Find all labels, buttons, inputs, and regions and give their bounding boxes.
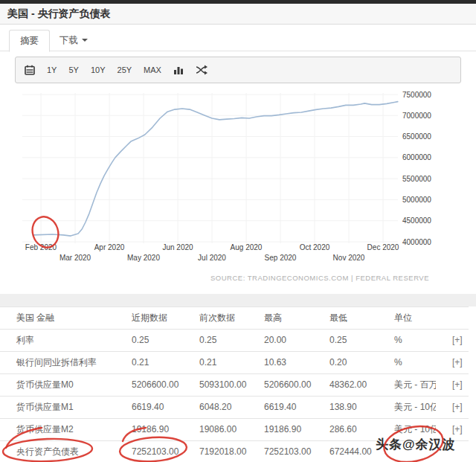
table-cell: % — [378, 330, 436, 351]
balance-sheet-line-chart: 7500000700000065000006000000550000050000… — [0, 83, 476, 294]
x-axis-tick-label: Feb 2020 — [25, 243, 57, 251]
y-axis-tick-label: 6000000 — [402, 153, 431, 161]
y-axis-tick-label: 5000000 — [402, 196, 431, 204]
chart-source-label: SOURCE: TRADINGECONOMICS.COM | FEDERAL R… — [210, 274, 429, 282]
balance-sheet-series-line — [33, 102, 398, 237]
range-25y-button[interactable]: 25Y — [118, 65, 132, 74]
tab-summary[interactable]: 摘要 — [9, 30, 50, 52]
table-cell: 286.60 — [313, 419, 378, 440]
y-axis-tick-label: 7500000 — [402, 91, 431, 99]
tab-summary-label: 摘要 — [20, 36, 39, 46]
tab-download-label: 下载 — [60, 35, 78, 45]
x-axis-tick-label: Nov 2020 — [333, 254, 365, 262]
table-cell: 6048.20 — [183, 397, 248, 418]
table-header-cell: 最高 — [248, 307, 313, 329]
watermark-text: 头条@余汉波 — [376, 436, 456, 453]
table-cell: 0.20 — [313, 352, 378, 373]
x-axis-tick-label: Sep 2020 — [265, 254, 297, 262]
range-5y-button[interactable]: 5Y — [68, 65, 78, 74]
x-axis-tick-label: Oct 2020 — [300, 243, 330, 251]
section-divider — [0, 294, 476, 307]
chevron-down-icon — [82, 39, 88, 42]
calendar-icon[interactable] — [25, 65, 35, 75]
table-row: 银行间同业拆借利率0.210.2110.630.20%[+] — [0, 351, 469, 373]
table-cell: 0.25 — [183, 330, 248, 351]
table-cell: 7192018.00 — [183, 441, 248, 462]
table-row: 货币供应量M05206600.005093100.005206600.00483… — [0, 373, 469, 396]
table-cell: 20.00 — [248, 330, 313, 351]
table-header-cell: 近期数据 — [115, 307, 183, 329]
page: 美国 - 央行资产负债表 摘要 下载 1Y 5Y 10Y 25Y MAX — [0, 0, 476, 462]
tabs: 摘要 下载 — [0, 25, 476, 51]
table-cell: 19086.00 — [183, 419, 248, 440]
table-cell: 19186.90 — [115, 419, 183, 440]
indicator-link[interactable]: 央行资产负债表 — [0, 441, 115, 462]
y-axis-tick-label: 6500000 — [402, 132, 431, 141]
table-cell: 672444.00 — [313, 441, 378, 462]
table-header-cell — [436, 307, 469, 329]
indicator-link[interactable]: 货币供应量M2 — [0, 419, 115, 440]
range-max-button[interactable]: MAX — [144, 65, 161, 74]
table-header-cell: 单位 — [378, 307, 436, 329]
table-cell: 48362.00 — [313, 374, 378, 396]
x-axis-tick-label: Apr 2020 — [94, 243, 125, 251]
x-axis-tick-label: Dec 2020 — [367, 243, 399, 251]
table-cell: 美元 - 百万 — [378, 374, 436, 396]
y-axis-tick-label: 5500000 — [402, 175, 431, 183]
expand-button[interactable]: [+] — [436, 352, 469, 373]
indicator-link[interactable]: 货币供应量M0 — [0, 374, 115, 396]
table-cell: 0.21 — [183, 352, 248, 373]
table-cell: 6619.40 — [115, 397, 183, 418]
table-cell: 5206600.00 — [115, 374, 183, 396]
indicator-link[interactable]: 利率 — [0, 330, 115, 351]
table-header-row: 美国 金融近期数据前次数据最高最低单位 — [0, 307, 469, 329]
table-cell: 0.25 — [115, 330, 183, 351]
x-axis-tick-label: Jun 2020 — [162, 243, 193, 251]
table-cell: 0.21 — [115, 352, 183, 373]
bar-chart-icon[interactable] — [173, 65, 184, 75]
table-cell: 7252103.00 — [248, 441, 313, 462]
tab-download[interactable]: 下载 — [54, 30, 94, 52]
table-cell: 6619.40 — [248, 397, 313, 418]
table-header-cell: 前次数据 — [183, 307, 248, 329]
table-cell: 19186.90 — [248, 419, 313, 440]
chart-area: 7500000700000065000006000000550000050000… — [0, 83, 476, 294]
table-header-cell: 最低 — [313, 307, 378, 329]
table-cell: 0.25 — [313, 330, 378, 351]
indicator-link[interactable]: 货币供应量M1 — [0, 397, 115, 418]
x-axis-tick-label: Mar 2020 — [60, 254, 91, 262]
y-axis-tick-label: 4500000 — [402, 216, 431, 225]
expand-button[interactable]: [+] — [436, 374, 469, 396]
indicator-link[interactable]: 银行间同业拆借利率 — [0, 352, 115, 373]
x-axis-tick-label: May 2020 — [127, 254, 160, 262]
table-row: 货币供应量M16619.406048.206619.40138.90美元 - 1… — [0, 396, 469, 418]
x-axis-tick-label: Aug 2020 — [231, 243, 263, 251]
table-cell: 5206600.00 — [248, 374, 313, 396]
page-title: 美国 - 央行资产负债表 — [0, 4, 476, 24]
table-header-cell: 美国 金融 — [0, 307, 115, 329]
table-cell: 10.63 — [248, 352, 313, 373]
table-cell: % — [378, 352, 436, 373]
table-row: 利率0.250.2520.000.25%[+] — [0, 329, 469, 351]
table-cell: 5093100.00 — [183, 374, 248, 396]
table-cell: 7252103.00 — [115, 441, 183, 462]
table-cell: 138.90 — [313, 397, 378, 418]
expand-button[interactable]: [+] — [436, 330, 469, 351]
compare-shuffle-icon[interactable] — [196, 65, 208, 75]
range-1y-button[interactable]: 1Y — [47, 65, 57, 74]
y-axis-tick-label: 7000000 — [402, 112, 431, 120]
x-axis-tick-label: Jul 2020 — [198, 254, 226, 262]
table-cell: 美元 - 10亿 — [378, 397, 436, 418]
range-10y-button[interactable]: 10Y — [91, 65, 106, 74]
expand-button[interactable]: [+] — [436, 397, 469, 418]
y-axis-tick-label: 4000000 — [402, 238, 431, 246]
title-bar: 美国 - 央行资产负债表 — [0, 4, 476, 25]
chart-toolbar: 1Y 5Y 10Y 25Y MAX — [15, 57, 461, 83]
